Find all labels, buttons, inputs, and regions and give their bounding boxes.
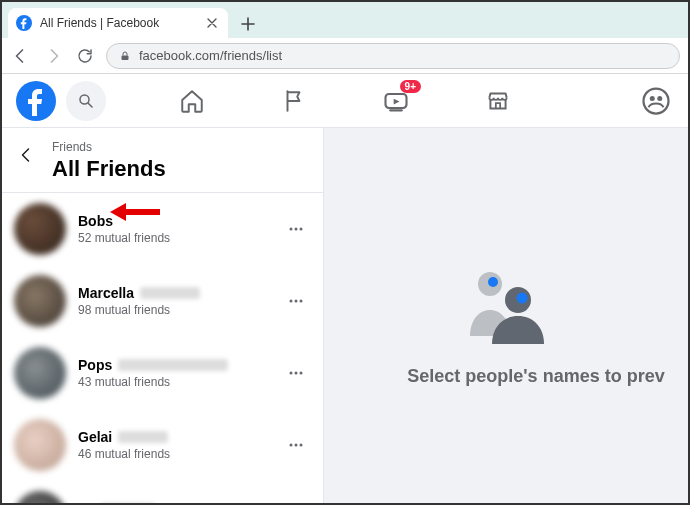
url-text: facebook.com/friends/list <box>139 48 282 63</box>
friends-sidebar: Friends All Friends Bobs 52 mutual frien… <box>2 128 324 503</box>
watch-badge: 9+ <box>400 80 421 93</box>
svg-rect-1 <box>122 55 129 60</box>
breadcrumb: Friends <box>52 140 166 154</box>
home-icon[interactable] <box>177 86 207 116</box>
svg-point-14 <box>290 372 293 375</box>
friend-list: Bobs 52 mutual friends Marcella 98 mutua… <box>2 193 323 503</box>
facebook-logo[interactable] <box>16 81 56 121</box>
redacted-text <box>118 359 228 371</box>
svg-point-11 <box>290 300 293 303</box>
sidebar-back-icon[interactable] <box>16 144 38 166</box>
avatar <box>14 347 66 399</box>
back-icon[interactable] <box>10 45 32 67</box>
page-title: All Friends <box>52 156 166 182</box>
avatar <box>14 275 66 327</box>
tab-title: All Friends | Facebook <box>40 16 196 30</box>
svg-point-24 <box>488 277 498 287</box>
pages-flag-icon[interactable] <box>279 86 309 116</box>
friend-subtext: 98 mutual friends <box>78 303 269 317</box>
marketplace-icon[interactable] <box>483 86 513 116</box>
friend-more-icon[interactable] <box>281 358 311 388</box>
people-placeholder-icon <box>456 264 556 344</box>
redacted-text <box>140 287 200 299</box>
friend-more-icon[interactable] <box>281 502 311 503</box>
svg-point-15 <box>295 372 298 375</box>
friend-row[interactable]: Bobs 52 mutual friends <box>2 193 323 265</box>
placeholder-text: Select people's names to prev <box>324 366 688 387</box>
friend-name: Marcella <box>78 285 134 301</box>
svg-point-18 <box>295 444 298 447</box>
forward-icon[interactable] <box>42 45 64 67</box>
friend-subtext: 43 mutual friends <box>78 375 269 389</box>
svg-point-5 <box>644 88 669 113</box>
friend-name: Pops <box>78 357 112 373</box>
url-field[interactable]: facebook.com/friends/list <box>106 43 680 69</box>
browser-tab[interactable]: All Friends | Facebook <box>8 8 228 38</box>
redacted-text <box>118 431 168 443</box>
friend-more-icon[interactable] <box>281 286 311 316</box>
search-button[interactable] <box>66 81 106 121</box>
svg-point-26 <box>517 293 528 304</box>
groups-icon[interactable] <box>638 83 674 119</box>
browser-chrome: All Friends | Facebook facebook.com/frie… <box>2 2 688 74</box>
friend-name: Jv <box>78 501 94 503</box>
watch-icon[interactable]: 9+ <box>381 86 411 116</box>
svg-point-3 <box>80 95 89 104</box>
svg-point-17 <box>290 444 293 447</box>
close-tab-icon[interactable] <box>204 15 220 31</box>
svg-point-10 <box>300 228 303 231</box>
main-panel: Select people's names to prev <box>324 128 688 503</box>
friend-subtext: 46 mutual friends <box>78 447 269 461</box>
friend-more-icon[interactable] <box>281 430 311 460</box>
reload-icon[interactable] <box>74 45 96 67</box>
svg-point-9 <box>295 228 298 231</box>
avatar <box>14 419 66 471</box>
page-body: Friends All Friends Bobs 52 mutual frien… <box>2 128 688 503</box>
svg-point-13 <box>300 300 303 303</box>
friend-name: Gelai <box>78 429 112 445</box>
svg-point-7 <box>657 96 662 101</box>
friend-row[interactable]: Marcella 98 mutual friends <box>2 265 323 337</box>
lock-icon <box>119 50 131 62</box>
svg-point-6 <box>650 96 655 101</box>
address-bar: facebook.com/friends/list <box>2 38 688 74</box>
friend-subtext: 52 mutual friends <box>78 231 269 245</box>
friend-more-icon[interactable] <box>281 214 311 244</box>
facebook-topbar: 9+ <box>2 74 688 128</box>
friend-name: Bobs <box>78 213 113 229</box>
new-tab-button[interactable] <box>234 10 262 38</box>
avatar <box>14 491 66 503</box>
facebook-favicon <box>16 15 32 31</box>
svg-point-19 <box>300 444 303 447</box>
sidebar-header: Friends All Friends <box>2 128 323 193</box>
avatar <box>14 203 66 255</box>
friend-row[interactable]: Gelai 46 mutual friends <box>2 409 323 481</box>
svg-point-12 <box>295 300 298 303</box>
tab-strip: All Friends | Facebook <box>2 2 688 38</box>
svg-point-8 <box>290 228 293 231</box>
friend-row[interactable]: Jv 4 mutual friends <box>2 481 323 503</box>
friend-row[interactable]: Pops 43 mutual friends <box>2 337 323 409</box>
svg-point-16 <box>300 372 303 375</box>
